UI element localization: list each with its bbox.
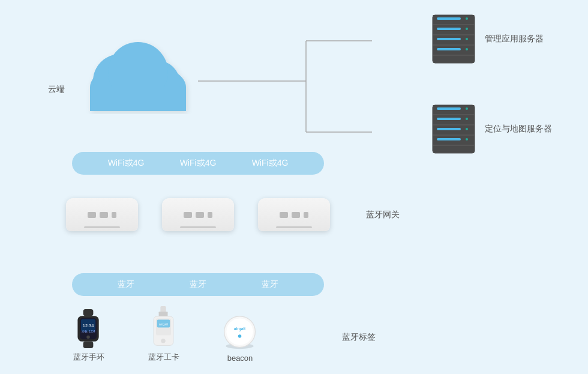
wristband-label: 蓝牙手环	[73, 352, 104, 363]
svg-point-44	[86, 336, 90, 339]
device-card: airgait 蓝牙工卡	[147, 306, 180, 363]
server-management-label: 管理应用服务器	[485, 34, 544, 44]
port-9	[304, 212, 308, 218]
svg-rect-31	[437, 128, 461, 130]
diagram: 云端	[0, 0, 588, 374]
gateway-label: 蓝牙网关	[366, 210, 400, 220]
svg-rect-38	[83, 342, 94, 348]
wifi-label-1: WiFi或4G	[108, 158, 145, 169]
svg-point-36	[466, 138, 468, 140]
svg-point-20	[466, 28, 468, 30]
port-8	[292, 212, 300, 218]
port-1	[88, 212, 96, 218]
beacon-icon: airgait	[222, 314, 258, 350]
management-server-icon	[430, 12, 478, 66]
svg-rect-14	[433, 56, 475, 62]
svg-rect-32	[437, 138, 461, 140]
svg-rect-16	[437, 28, 461, 30]
svg-point-19	[466, 17, 468, 20]
svg-point-51	[161, 339, 165, 343]
bt-label-1: 蓝牙	[118, 279, 134, 290]
svg-point-21	[466, 38, 468, 40]
device-wristband: 12:34 步数: 1234 蓝牙手环	[72, 309, 105, 363]
wifi-label-3: WiFi或4G	[252, 158, 289, 169]
svg-rect-28	[433, 146, 475, 152]
svg-rect-37	[83, 309, 94, 316]
devices-row: 12:34 步数: 1234 蓝牙手环 airgait	[72, 306, 258, 363]
server-map-label: 定位与地图服务器	[485, 124, 552, 134]
svg-point-35	[466, 128, 468, 130]
gateway-device-1	[66, 198, 138, 231]
port-2	[100, 212, 108, 218]
svg-rect-29	[437, 107, 461, 110]
svg-text:步数: 1234: 步数: 1234	[82, 330, 95, 333]
cloud-label: 云端	[48, 84, 65, 95]
server-item-map: 定位与地图服务器	[430, 102, 552, 156]
bt-label-2: 蓝牙	[190, 279, 206, 290]
svg-text:airgait: airgait	[234, 327, 246, 331]
gateway-ports-1	[88, 212, 116, 218]
bt-tag-label: 蓝牙标签	[342, 332, 376, 343]
gateway-row: 蓝牙网关	[66, 198, 400, 231]
map-server-icon	[430, 102, 478, 156]
bluetooth-bar: 蓝牙 蓝牙 蓝牙	[72, 273, 324, 296]
server-item-management: 管理应用服务器	[430, 12, 552, 66]
svg-point-22	[466, 48, 468, 50]
svg-rect-18	[437, 48, 461, 50]
port-6	[208, 212, 212, 218]
port-7	[280, 212, 288, 218]
cloud-container: 云端	[78, 36, 198, 116]
wristband-icon: 12:34 步数: 1234	[72, 309, 105, 348]
svg-point-33	[466, 107, 468, 110]
svg-rect-17	[437, 38, 461, 40]
gateway-ports-3	[280, 212, 308, 218]
bt-label-3: 蓝牙	[262, 279, 278, 290]
svg-point-34	[466, 118, 468, 120]
svg-text:airgait: airgait	[159, 322, 169, 326]
port-3	[112, 212, 116, 218]
beacon-label: beacon	[227, 354, 253, 363]
port-4	[184, 212, 192, 218]
port-5	[196, 212, 204, 218]
device-beacon: airgait beacon	[222, 314, 258, 363]
card-label: 蓝牙工卡	[148, 352, 179, 363]
svg-text:12:34: 12:34	[83, 323, 94, 328]
gateway-ports-2	[184, 212, 212, 218]
svg-point-54	[226, 318, 253, 345]
svg-rect-15	[437, 17, 461, 20]
server-area: 管理应用服务器 定位与地图服务器	[430, 12, 552, 156]
svg-rect-30	[437, 118, 461, 120]
gateway-device-3	[258, 198, 330, 231]
gateway-device-2	[162, 198, 234, 231]
svg-rect-8	[90, 87, 186, 111]
svg-point-56	[238, 334, 242, 338]
card-icon: airgait	[147, 306, 180, 348]
wifi-bar: WiFi或4G WiFi或4G WiFi或4G	[72, 152, 324, 175]
svg-rect-46	[159, 312, 168, 316]
wifi-label-2: WiFi或4G	[180, 158, 217, 169]
cloud-icon	[78, 36, 198, 114]
